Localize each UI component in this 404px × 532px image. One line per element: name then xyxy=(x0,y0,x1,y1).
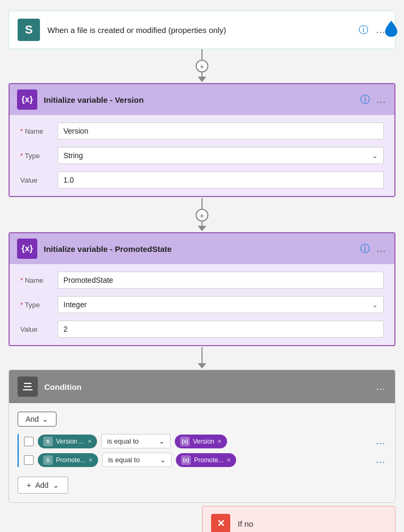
condition-operator-1[interactable]: is equal to ⌄ xyxy=(101,434,171,448)
var-version-title: Initialize variable - Version xyxy=(44,95,354,104)
var-version-header: {x} Initialize variable - Version ⓘ … xyxy=(10,84,394,115)
var-promotedstate-header: {x} Initialize variable - PromotedState … xyxy=(10,233,394,264)
svg-rect-0 xyxy=(23,383,33,384)
var-promotedstate-type-row: Type Integer ⌄ xyxy=(20,296,384,313)
if-no-x-icon: ✕ xyxy=(211,514,230,532)
condition-row-1: S Version ... × is equal to ⌄ {x} xyxy=(24,434,386,448)
var-promotedstate-value-input[interactable]: 2 xyxy=(58,321,384,338)
condition-rows: S Version ... × is equal to ⌄ {x} xyxy=(18,434,386,467)
var-version-type-chevron: ⌄ xyxy=(372,152,378,160)
add-step-button-2[interactable]: + xyxy=(196,209,208,222)
condition-left-token-1[interactable]: S Version ... × xyxy=(38,435,97,448)
and-label-row: And ⌄ xyxy=(18,412,386,427)
svg-rect-5 xyxy=(31,382,34,385)
cond-right-token-icon-2: {x} xyxy=(181,455,191,465)
trigger-icon: S xyxy=(18,19,40,41)
var-version-type-row: Type String ⌄ xyxy=(20,147,384,164)
var-promotedstate-value-label: Value xyxy=(20,325,52,333)
var-version-name-row: Name Version xyxy=(20,122,384,140)
cond-token-icon-2: S xyxy=(43,455,53,465)
var-version-type-select[interactable]: String ⌄ xyxy=(58,147,384,164)
trigger-help-icon[interactable]: ⓘ xyxy=(359,23,368,36)
var-promotedstate-value-row: Value 2 xyxy=(20,321,384,338)
if-no-section-wrapper: ✕ If no xyxy=(9,506,395,532)
var-promotedstate-name-label: Name xyxy=(20,276,52,284)
condition-left-token-close-1[interactable]: × xyxy=(87,437,92,445)
add-step-button-1[interactable]: + xyxy=(196,60,208,72)
connector-1: + xyxy=(196,49,208,82)
cond-right-token-icon-1: {x} xyxy=(180,437,190,446)
var-promotedstate-more-button[interactable]: … xyxy=(376,243,387,255)
and-group: And ⌄ S Version ... × xyxy=(18,412,386,494)
condition-right-token-1[interactable]: {x} Version × xyxy=(175,435,227,448)
var-promotedstate-type-chevron: ⌄ xyxy=(372,301,378,309)
var-version-body: Name Version Type String ⌄ Value 1.0 xyxy=(10,115,394,196)
add-chevron-icon: ⌄ xyxy=(53,481,59,489)
var-version-type-label: Type xyxy=(20,152,52,160)
var-promotedstate-name-input[interactable]: PromotedState xyxy=(58,272,384,289)
trigger-card: S When a file is created or modified (pr… xyxy=(9,11,395,49)
var-version-name-label: Name xyxy=(20,127,52,135)
condition-more-button[interactable]: … xyxy=(376,381,386,392)
if-no-section: ✕ If no xyxy=(202,506,395,532)
condition-check-1[interactable] xyxy=(24,437,34,446)
var-promotedstate-help-icon[interactable]: ⓘ xyxy=(360,242,370,255)
svg-rect-1 xyxy=(23,386,33,387)
svg-rect-4 xyxy=(22,386,24,389)
var-promotedstate-type-select[interactable]: Integer ⌄ xyxy=(58,296,384,313)
var-version-name-input[interactable]: Version xyxy=(58,122,384,140)
var-version-value-row: Value 1.0 xyxy=(20,171,384,189)
cond-token-icon-1: S xyxy=(43,437,53,446)
var-version-value-input[interactable]: 1.0 xyxy=(58,171,384,189)
var-version-card: {x} Initialize variable - Version ⓘ … Na… xyxy=(9,83,395,197)
condition-icon xyxy=(18,377,38,397)
var-version-more-button[interactable]: … xyxy=(376,94,387,105)
var-promotedstate-title: Initialize variable - PromotedState xyxy=(44,244,354,253)
trigger-label: When a file is created or modified (prop… xyxy=(47,26,351,35)
connector-3 xyxy=(198,347,206,369)
and-button[interactable]: And ⌄ xyxy=(18,412,56,427)
condition-operator-2[interactable]: is equal to ⌄ xyxy=(102,453,172,467)
condition-right-token-2[interactable]: {x} Promote... × xyxy=(176,453,236,467)
condition-right-token-close-2[interactable]: × xyxy=(227,456,231,464)
condition-row-more-2[interactable]: … xyxy=(376,454,386,465)
var-promotedstate-type-label: Type xyxy=(20,301,52,309)
svg-rect-2 xyxy=(23,389,33,390)
condition-left-token-close-2[interactable]: × xyxy=(88,456,93,464)
condition-check-2[interactable] xyxy=(24,455,34,465)
operator-chevron-2: ⌄ xyxy=(160,456,166,464)
condition-row-more-1[interactable]: … xyxy=(376,436,386,447)
condition-title: Condition xyxy=(44,382,369,391)
var-promotedstate-card: {x} Initialize variable - PromotedState … xyxy=(9,232,395,346)
connector-2: + xyxy=(196,198,208,231)
var-version-value-label: Value xyxy=(20,176,52,184)
condition-card: Condition … And ⌄ S xyxy=(9,370,395,503)
svg-rect-6 xyxy=(31,386,34,389)
var-promotedstate-name-row: Name PromotedState xyxy=(20,272,384,289)
and-chevron-icon: ⌄ xyxy=(42,415,49,423)
var-promotedstate-body: Name PromotedState Type Integer ⌄ Value … xyxy=(10,264,394,345)
condition-left-token-2[interactable]: S Promote... × xyxy=(38,453,98,467)
condition-right-token-close-1[interactable]: × xyxy=(217,437,222,445)
operator-chevron-1: ⌄ xyxy=(159,437,165,445)
svg-rect-3 xyxy=(22,382,24,385)
add-plus-icon: + xyxy=(27,481,31,489)
add-row: + Add ⌄ xyxy=(18,477,386,494)
condition-row-2: S Promote... × is equal to ⌄ {x} xyxy=(24,453,386,467)
var-promotedstate-icon: {x} xyxy=(17,239,37,259)
condition-body: And ⌄ S Version ... × xyxy=(9,403,395,502)
blue-drop-icon xyxy=(382,19,401,40)
var-version-icon: {x} xyxy=(17,89,37,110)
var-version-help-icon[interactable]: ⓘ xyxy=(360,93,370,106)
condition-header: Condition … xyxy=(9,370,395,403)
if-no-label: If no xyxy=(238,519,253,528)
add-button[interactable]: + Add ⌄ xyxy=(18,477,68,494)
